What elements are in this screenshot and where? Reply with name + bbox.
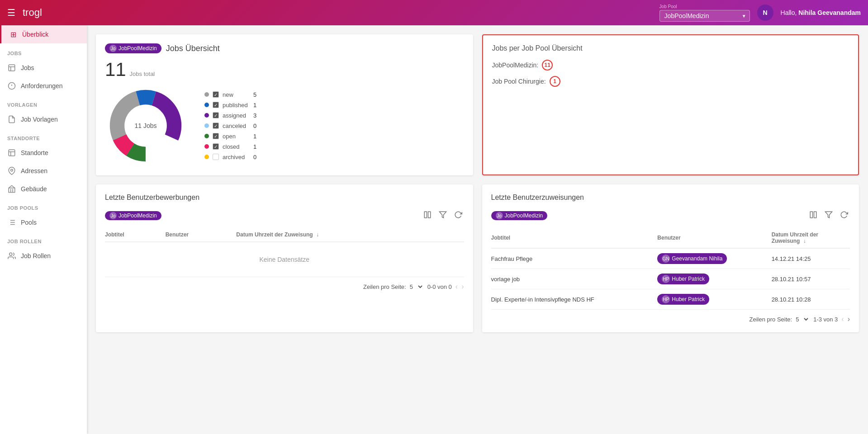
- table-row: Fachfrau Pflege GN Geevanandam Nihila 14…: [491, 248, 850, 269]
- zuweisung-columns-btn[interactable]: [807, 209, 819, 222]
- anforderungen-icon: [7, 81, 16, 90]
- svg-rect-29: [810, 212, 812, 218]
- legend-item-assigned[interactable]: ✓ assigned 3: [204, 112, 256, 119]
- legend-count-published: 1: [253, 102, 256, 108]
- sidebar-adressen-label: Adressen: [21, 167, 47, 175]
- main-content: Jo JobPoolMedizin Jobs Übersicht 11 Jobs…: [87, 25, 868, 434]
- benutzerbewerbungen-title: Letzte Benutzerbewerbungen: [105, 193, 464, 202]
- legend-dot-closed: [204, 144, 209, 149]
- legend-count-canceled: 0: [253, 123, 256, 129]
- svg-rect-10: [9, 188, 15, 193]
- sidebar-item-adressen[interactable]: Adressen: [0, 162, 87, 180]
- bewerbungen-columns-btn[interactable]: [422, 209, 433, 222]
- jobs-total-count: 11: [105, 59, 126, 80]
- zuweisung-table-icons: [807, 209, 850, 222]
- zuweisung-benutzer: HP Huber Patrick: [657, 269, 771, 289]
- zuweisung-datum: 28.10.21 10:28: [772, 289, 850, 310]
- pool-row: JobPoolMedizin: 11: [492, 60, 849, 71]
- sidebar-vorlagen-label: Job Vorlagen: [21, 116, 58, 123]
- legend-count-assigned: 3: [253, 112, 256, 119]
- sidebar-jobs-label: Jobs: [21, 64, 34, 71]
- legend-item-published[interactable]: ✓ published 1: [204, 102, 256, 108]
- legend-checkbox-archived[interactable]: [213, 154, 219, 160]
- sidebar-item-gebaeude[interactable]: Gebäude: [0, 180, 87, 198]
- legend-checkbox-closed[interactable]: ✓: [213, 143, 219, 150]
- user-name: Nihila Geevanandam: [798, 9, 861, 16]
- legend-label-open: open: [223, 133, 250, 140]
- sidebar-item-jobs[interactable]: Jobs: [0, 59, 87, 77]
- zuweisung-prev-btn[interactable]: ‹: [841, 315, 844, 323]
- bewerbungen-filter-btn[interactable]: [437, 209, 449, 222]
- job-pool-dropdown[interactable]: JobPoolMedizin Job Pool Chirurgie: [659, 10, 750, 22]
- jobs-overview-card: Jo JobPoolMedizin Jobs Übersicht 11 Jobs…: [96, 34, 473, 175]
- app-logo: trogl: [23, 7, 659, 19]
- sidebar-item-standorte[interactable]: Standorte: [0, 144, 87, 162]
- legend-count-open: 1: [253, 133, 256, 140]
- jobs-chart-area: 11 Jobs ✓ new 5 ✓ published 1 ✓ assigned…: [105, 85, 464, 166]
- zuweisung-table-controls: Jo JobPoolMedizin: [491, 209, 850, 222]
- sidebar-item-job-rollen[interactable]: Job Rollen: [0, 247, 87, 265]
- avatar: N: [757, 5, 773, 21]
- legend-item-canceled[interactable]: ✓ canceled 0: [204, 123, 256, 129]
- sidebar-item-anforderungen[interactable]: Anforderungen: [0, 77, 87, 95]
- job-pool-selector: Job Pool JobPoolMedizin Job Pool Chirurg…: [659, 4, 750, 22]
- bewerbungen-col-datum[interactable]: Datum Uhrzeit der Zuweisung ↓: [236, 228, 464, 242]
- sidebar-item-ueberblick[interactable]: ⊞ Überblick: [0, 25, 87, 43]
- user-initials: HP: [662, 275, 670, 283]
- table-row: Dipl. Experte/-in Intensivpflege NDS HF …: [491, 289, 850, 310]
- legend-item-archived[interactable]: archived 0: [204, 154, 256, 160]
- bewerbungen-pagination-info: 0-0 von 0: [427, 283, 452, 290]
- zuweisung-benutzer: HP Huber Patrick: [657, 289, 771, 310]
- legend-checkbox-published[interactable]: ✓: [213, 102, 219, 108]
- legend-item-closed[interactable]: ✓ closed 1: [204, 143, 256, 150]
- bewerbungen-next-btn[interactable]: ›: [461, 283, 464, 291]
- donut-center-label: 11 Jobs: [134, 122, 157, 129]
- user-badge: HP Huber Patrick: [657, 274, 709, 284]
- svg-marker-28: [439, 212, 446, 218]
- sidebar-section-standorte: STANDORTE: [0, 128, 87, 144]
- sidebar-item-pools[interactable]: Pools: [0, 213, 87, 231]
- sidebar-item-job-vorlagen[interactable]: Job Vorlagen: [0, 110, 87, 128]
- standorte-icon: [7, 148, 16, 157]
- legend-count-closed: 1: [253, 143, 256, 150]
- zuweisung-refresh-btn[interactable]: [838, 209, 850, 222]
- user-name: Geevanandam Nihila: [672, 255, 722, 262]
- job-pool-dropdown-wrap: JobPoolMedizin Job Pool Chirurgie: [659, 10, 750, 22]
- zuweisung-col-datum[interactable]: Datum Uhrzeit derZuweisung ↓: [772, 228, 850, 248]
- zuweisung-next-btn[interactable]: ›: [848, 315, 850, 323]
- bewerbungen-prev-btn[interactable]: ‹: [455, 283, 458, 291]
- svg-rect-0: [9, 65, 15, 71]
- zuweisung-rows-select[interactable]: 51025: [794, 316, 810, 323]
- legend-item-open[interactable]: ✓ open 1: [204, 133, 256, 140]
- svg-point-19: [9, 253, 12, 255]
- zuweisung-filter-btn[interactable]: [823, 209, 835, 222]
- bewerbungen-refresh-btn[interactable]: [452, 209, 464, 222]
- legend-dot-archived: [204, 155, 209, 159]
- zuweisung-datum: 14.12.21 14:25: [772, 248, 850, 269]
- no-data-message: Keine Datensätze: [105, 242, 464, 277]
- legend-label-closed: closed: [223, 143, 250, 150]
- header-right: Job Pool JobPoolMedizin Job Pool Chirurg…: [659, 4, 861, 22]
- zuweisung-table: Jobtitel Benutzer Datum Uhrzeit derZuwei…: [491, 228, 850, 310]
- legend-count-archived: 0: [253, 154, 256, 160]
- zuweisung-jobtitel: Dipl. Experte/-in Intensivpflege NDS HF: [491, 289, 658, 310]
- overview-icon: ⊞: [9, 30, 18, 39]
- svg-rect-26: [424, 212, 427, 218]
- menu-icon[interactable]: ☰: [7, 7, 15, 18]
- legend-checkbox-assigned[interactable]: ✓: [213, 112, 219, 118]
- legend-checkbox-new[interactable]: ✓: [213, 91, 219, 98]
- sidebar-gebaeude-label: Gebäude: [21, 185, 47, 193]
- legend-checkbox-canceled[interactable]: ✓: [213, 123, 219, 129]
- zuweisung-col-jobtitel: Jobtitel: [491, 228, 658, 248]
- user-badge: GN Geevanandam Nihila: [657, 253, 727, 264]
- bewerbungen-rows-select[interactable]: 51025: [408, 283, 424, 291]
- zuweisung-pagination-info: 1-3 von 3: [813, 316, 838, 323]
- table-row: vorlage job HP Huber Patrick 28.10.21 10…: [491, 269, 850, 289]
- benutzerbewerbungen-card: Letzte Benutzerbewerbungen Jo JobPoolMed…: [96, 184, 473, 332]
- pools-icon: [7, 218, 16, 227]
- legend-item-new[interactable]: ✓ new 5: [204, 91, 256, 98]
- legend-checkbox-open[interactable]: ✓: [213, 133, 219, 139]
- svg-rect-6: [9, 150, 15, 156]
- jobs-count-row: 11 Jobs total: [105, 59, 464, 80]
- svg-rect-27: [428, 212, 430, 218]
